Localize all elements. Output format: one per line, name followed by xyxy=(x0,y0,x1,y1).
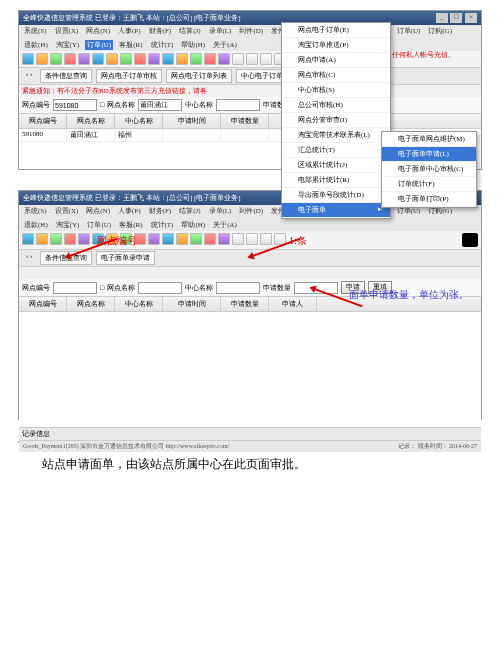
tool-icon[interactable] xyxy=(204,233,216,245)
tool-icon[interactable] xyxy=(218,233,230,245)
tool-icon[interactable] xyxy=(176,53,188,65)
tool-icon[interactable] xyxy=(246,233,258,245)
tool-icon[interactable] xyxy=(246,53,258,65)
submenu-item[interactable]: 网点电子订单(E) xyxy=(282,23,390,38)
tool-icon[interactable] xyxy=(78,53,90,65)
menu-item[interactable]: 人事(P) xyxy=(116,26,143,36)
menu-item[interactable]: 关于(A) xyxy=(211,40,239,50)
submenu-item[interactable]: 电子面单打印(P) xyxy=(382,192,476,207)
menu-item[interactable]: 结算(J) xyxy=(177,26,202,36)
submenu-item[interactable]: 网点审核(C) xyxy=(282,68,390,83)
minimize-icon[interactable]: _ xyxy=(436,13,448,23)
filter-site-name[interactable] xyxy=(138,282,182,294)
menu-item[interactable]: 帮助(H) xyxy=(179,220,207,230)
bottom-tab[interactable]: 记录信息 xyxy=(19,427,481,440)
tool-icon[interactable] xyxy=(162,233,174,245)
tool-icon[interactable] xyxy=(50,53,62,65)
tab[interactable]: 条件信息查询 xyxy=(40,69,92,83)
column-header[interactable]: 网点编号 xyxy=(19,297,67,311)
menu-item[interactable]: 财务(F) xyxy=(147,206,174,216)
tool-icon[interactable] xyxy=(148,233,160,245)
filter-site-name[interactable] xyxy=(138,99,182,111)
tool-icon[interactable] xyxy=(148,53,160,65)
search-icon[interactable]: □ xyxy=(100,101,104,109)
menu-item[interactable]: 网点(N) xyxy=(84,26,112,36)
submenu-item[interactable]: 中心审核(S) xyxy=(282,83,390,98)
menu-item[interactable]: 系统(S) xyxy=(22,206,49,216)
tool-icon[interactable] xyxy=(218,53,230,65)
menu-item[interactable]: 退款(H) xyxy=(22,40,50,50)
tool-icon[interactable] xyxy=(36,233,48,245)
menu-item[interactable]: 系统(S) xyxy=(22,26,49,36)
tab[interactable]: 网点电子订单审核 xyxy=(96,69,162,83)
menu-item[interactable]: 录单(L) xyxy=(207,206,234,216)
menu-item[interactable]: 人事(P) xyxy=(116,206,143,216)
menu-item[interactable]: 财务(F) xyxy=(147,26,174,36)
menu-item[interactable]: 录单(L) xyxy=(207,26,234,36)
submenu-item[interactable]: 导出面单号段统计(D) xyxy=(282,188,390,203)
menu-item[interactable]: 订购(G) xyxy=(426,26,454,36)
column-header[interactable]: 中心名称 xyxy=(115,114,163,128)
tool-icon[interactable] xyxy=(64,53,76,65)
tab[interactable]: 电子面单录申请 xyxy=(96,251,155,265)
filter-center-name[interactable] xyxy=(216,99,260,111)
submenu-item[interactable]: 网点分管审查(I) xyxy=(282,113,390,128)
column-header[interactable]: 中心名称 xyxy=(115,297,163,311)
speaker-icon[interactable] xyxy=(462,233,478,247)
filter-center-name[interactable] xyxy=(216,282,260,294)
menu-item[interactable]: 设置(X) xyxy=(53,26,81,36)
menu-item[interactable]: 结算(J) xyxy=(177,206,202,216)
menu-item[interactable]: 订单(U) xyxy=(395,26,423,36)
submenu-item[interactable]: 汇总统计(T) xyxy=(282,143,390,158)
close-icon[interactable]: × xyxy=(465,13,477,23)
tool-icon[interactable] xyxy=(162,53,174,65)
menu-item[interactable]: 设置(X) xyxy=(53,206,81,216)
filter-qty[interactable] xyxy=(294,282,338,294)
tool-icon[interactable] xyxy=(260,53,272,65)
tool-icon[interactable] xyxy=(134,53,146,65)
submenu-item[interactable]: 区域累计统计(J) xyxy=(282,158,390,173)
column-header[interactable]: 申请数量 xyxy=(221,297,269,311)
tool-icon[interactable] xyxy=(204,53,216,65)
tool-icon[interactable] xyxy=(50,233,62,245)
tool-icon[interactable] xyxy=(36,53,48,65)
column-header[interactable]: 网点名称 xyxy=(67,297,115,311)
menu-item[interactable]: 到件(D) xyxy=(237,206,265,216)
tool-icon[interactable] xyxy=(22,53,34,65)
menu-item[interactable]: 统计(T) xyxy=(149,40,176,50)
menu-item[interactable]: 网点(N) xyxy=(84,206,112,216)
menu-item[interactable]: 到件(D) xyxy=(237,26,265,36)
menu-item[interactable]: 退款(H) xyxy=(22,220,50,230)
column-header[interactable]: 申请时间 xyxy=(163,114,221,128)
tool-icon[interactable] xyxy=(176,233,188,245)
menu-item[interactable]: 客服(R) xyxy=(117,40,144,50)
menu-item[interactable]: 关于(A) xyxy=(211,220,239,230)
maximize-icon[interactable]: □ xyxy=(450,13,462,23)
submenu-item[interactable]: 淘宝宽带技术联系表(L) xyxy=(282,128,390,143)
tool-icon[interactable] xyxy=(232,53,244,65)
menu-item[interactable]: 统计(T) xyxy=(149,220,176,230)
tool-icon[interactable] xyxy=(190,233,202,245)
tool-icon[interactable] xyxy=(260,233,272,245)
menu-item[interactable]: 订单(U) xyxy=(85,40,113,50)
menu-item[interactable]: 淘宝(Y) xyxy=(54,220,82,230)
submenu-item[interactable]: 总公司审核(H) xyxy=(282,98,390,113)
column-header[interactable]: 申请人 xyxy=(269,297,317,311)
tab[interactable]: 网点电子订单列表 xyxy=(166,69,232,83)
tool-icon[interactable] xyxy=(92,53,104,65)
column-header[interactable]: 网点编号 xyxy=(19,114,67,128)
column-header[interactable]: 申请时间 xyxy=(163,297,221,311)
menu-item[interactable]: 淘宝(Y) xyxy=(54,40,82,50)
column-header[interactable]: 申请数量 xyxy=(221,114,269,128)
submenu-item[interactable]: 淘宝订单推送(P) xyxy=(282,38,390,53)
tool-icon[interactable] xyxy=(120,53,132,65)
submenu-item[interactable]: 电部累计统计(R) xyxy=(282,173,390,188)
filter-site-code[interactable] xyxy=(53,99,97,111)
search-icon[interactable]: □ xyxy=(100,284,104,292)
menu-item[interactable]: 帮助(H) xyxy=(179,40,207,50)
submenu-item[interactable]: 网点申请(A) xyxy=(282,53,390,68)
tool-icon[interactable] xyxy=(78,233,90,245)
tool-icon[interactable] xyxy=(190,53,202,65)
tool-icon[interactable] xyxy=(106,53,118,65)
column-header[interactable]: 网点名称 xyxy=(67,114,115,128)
